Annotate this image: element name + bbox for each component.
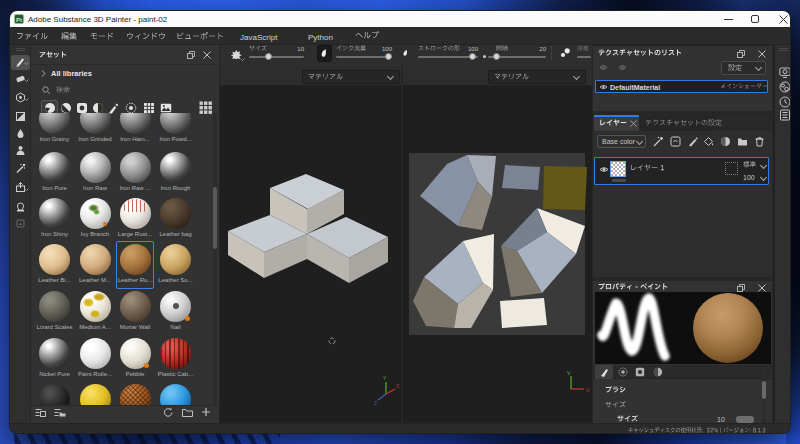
svg-text:Z: Z	[374, 400, 377, 406]
svg-text:U: U	[586, 387, 590, 393]
